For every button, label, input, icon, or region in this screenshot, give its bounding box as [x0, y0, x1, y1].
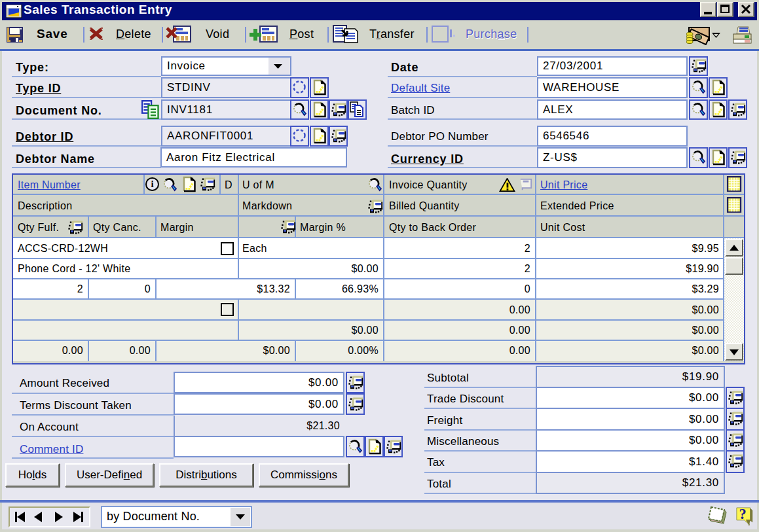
- svg-text:?: ?: [739, 506, 747, 522]
